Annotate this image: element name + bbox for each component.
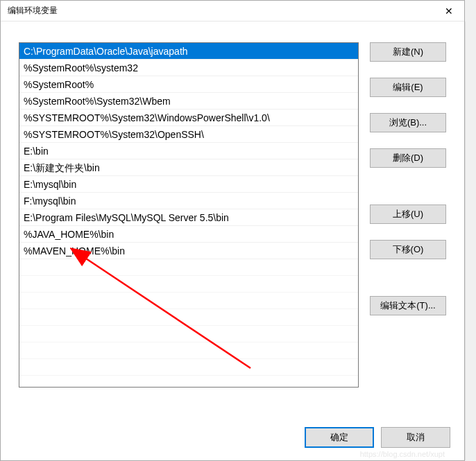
window-title: 编辑环境变量 bbox=[8, 5, 58, 17]
path-list-item-empty[interactable] bbox=[19, 326, 358, 342]
path-list-item[interactable]: %SYSTEMROOT%\System32\WindowsPowerShell\… bbox=[19, 110, 358, 126]
delete-button[interactable]: 删除(D) bbox=[370, 148, 446, 168]
path-list-item[interactable]: E:\Program Files\MySQL\MySQL Server 5.5\… bbox=[19, 209, 358, 226]
path-list-item[interactable]: F:\mysql\bin bbox=[19, 193, 358, 209]
path-list-item[interactable]: %SystemRoot%\System32\Wbem bbox=[19, 93, 358, 110]
path-list-item[interactable]: %JAVA_HOME%\bin bbox=[19, 226, 358, 243]
path-listbox[interactable]: C:\ProgramData\Oracle\Java\javapath%Syst… bbox=[19, 42, 359, 388]
edit-button[interactable]: 编辑(E) bbox=[370, 78, 446, 97]
browse-button[interactable]: 浏览(B)... bbox=[370, 113, 446, 132]
new-button[interactable]: 新建(N) bbox=[370, 42, 446, 62]
edittext-button[interactable]: 编辑文本(T)... bbox=[370, 296, 446, 315]
path-list-item-empty[interactable] bbox=[19, 309, 358, 326]
watermark-text: https://blog.csdn.net/xupt bbox=[360, 450, 445, 458]
outer-scrollbar[interactable] bbox=[465, 21, 475, 460]
env-var-dialog: 编辑环境变量 ✕ C:\ProgramData\Oracle\Java\java… bbox=[0, 0, 465, 461]
path-list-item[interactable]: %SystemRoot%\system32 bbox=[19, 60, 358, 76]
path-list-item-empty[interactable] bbox=[19, 259, 358, 276]
close-icon: ✕ bbox=[445, 6, 453, 17]
movedown-button[interactable]: 下移(O) bbox=[370, 240, 446, 259]
dialog-content: C:\ProgramData\Oracle\Java\javapath%Syst… bbox=[1, 21, 464, 401]
ok-button[interactable]: 确定 bbox=[305, 427, 374, 448]
path-list-item[interactable]: C:\ProgramData\Oracle\Java\javapath bbox=[19, 43, 358, 60]
path-list-item-empty[interactable] bbox=[19, 293, 358, 309]
dialog-footer: 确定 取消 bbox=[305, 427, 450, 448]
path-list-item[interactable]: E:\bin bbox=[19, 143, 358, 159]
close-button[interactable]: ✕ bbox=[433, 1, 464, 21]
path-list-item[interactable]: E:\新建文件夹\bin bbox=[19, 159, 358, 176]
path-list-item-empty[interactable] bbox=[19, 276, 358, 293]
moveup-button[interactable]: 上移(U) bbox=[370, 205, 446, 224]
side-button-panel: 新建(N) 编辑(E) 浏览(B)... 删除(D) 上移(U) 下移(O) 编… bbox=[370, 42, 446, 388]
cancel-button[interactable]: 取消 bbox=[381, 427, 450, 448]
path-list-item[interactable]: E:\mysql\bin bbox=[19, 176, 358, 193]
path-list-item-empty[interactable] bbox=[19, 359, 358, 376]
path-list-item[interactable]: %SystemRoot% bbox=[19, 76, 358, 93]
path-list-item[interactable]: %MAVEN_HOME%\bin bbox=[19, 243, 358, 259]
path-list-item[interactable]: %SYSTEMROOT%\System32\OpenSSH\ bbox=[19, 126, 358, 143]
titlebar: 编辑环境变量 ✕ bbox=[1, 1, 464, 21]
path-list-item-empty[interactable] bbox=[19, 342, 358, 359]
